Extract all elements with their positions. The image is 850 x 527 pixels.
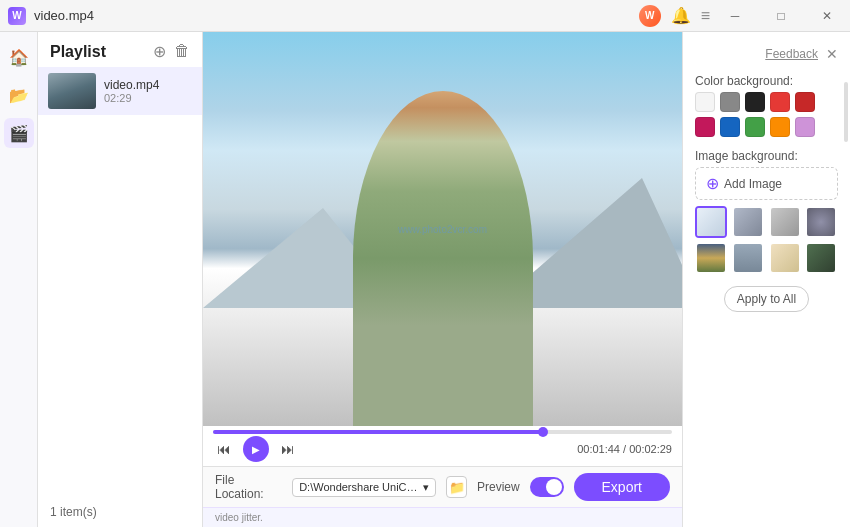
playlist-title: Playlist: [50, 43, 106, 61]
video-control-row: ⏮ ▶ ⏭ 00:01:44 / 00:02:29: [213, 436, 672, 462]
apply-to-all-button[interactable]: Apply to All: [724, 286, 809, 312]
color-swatch-pink[interactable]: [695, 117, 715, 137]
image-thumb-6[interactable]: [732, 242, 764, 274]
file-location-label: File Location:: [215, 473, 282, 501]
playlist-header: Playlist ⊕ 🗑: [38, 32, 202, 67]
image-background-section: Image background: ⊕ Add Image: [695, 149, 838, 274]
close-button[interactable]: ✕: [804, 0, 850, 32]
image-background-label: Image background:: [695, 149, 838, 163]
delete-playlist-icon[interactable]: 🗑: [174, 42, 190, 61]
playlist-header-icons: ⊕ 🗑: [153, 42, 190, 61]
color-swatch-green[interactable]: [745, 117, 765, 137]
image-thumb-1[interactable]: [695, 206, 727, 238]
color-swatch-darkred[interactable]: [795, 92, 815, 112]
app-icon: W: [8, 7, 26, 25]
color-swatch-blue[interactable]: [720, 117, 740, 137]
title-bar-controls: ─ □ ✕: [712, 0, 850, 31]
playlist-item-duration: 02:29: [104, 92, 159, 104]
feedback-link[interactable]: Feedback: [765, 47, 818, 61]
next-frame-button[interactable]: ⏭: [277, 438, 299, 460]
main-container: 🏠 📂 🎬 Playlist ⊕ 🗑 video.mp4 02:29 1 ite…: [0, 32, 850, 527]
toggle-knob: [546, 479, 562, 495]
video-progress-bar[interactable]: [213, 430, 672, 434]
image-thumb-7[interactable]: [769, 242, 801, 274]
window-title: video.mp4: [34, 8, 94, 23]
playlist-panel: Playlist ⊕ 🗑 video.mp4 02:29 1 item(s) W…: [38, 32, 203, 527]
color-swatch-gray[interactable]: [720, 92, 740, 112]
image-thumb-8[interactable]: [805, 242, 837, 274]
title-bar: W video.mp4 W 🔔 ≡ ─ □ ✕: [0, 0, 850, 32]
video-person-shape: [353, 91, 533, 426]
browse-folder-button[interactable]: 📁: [446, 476, 467, 498]
video-playback-buttons: ⏮ ▶ ⏭: [213, 436, 299, 462]
image-thumb-5[interactable]: [695, 242, 727, 274]
image-thumb-4[interactable]: [805, 206, 837, 238]
user-avatar[interactable]: W: [639, 5, 661, 27]
export-button[interactable]: Export: [574, 473, 670, 501]
video-controls: ⏮ ▶ ⏭ 00:01:44 / 00:02:29: [203, 426, 682, 466]
image-thumbnails-grid: [695, 206, 838, 274]
video-preview[interactable]: www.photo2vcr.com: [203, 32, 682, 426]
add-image-button[interactable]: ⊕ Add Image: [695, 167, 838, 200]
playlist-thumb-image: [48, 73, 96, 109]
color-swatch-black[interactable]: [745, 92, 765, 112]
file-location-select[interactable]: D:\Wondershare UniConverter 1 ▾: [292, 478, 436, 497]
color-background-label: Color background:: [695, 74, 838, 88]
chevron-down-icon: ▾: [423, 481, 429, 494]
play-pause-button[interactable]: ▶: [243, 436, 269, 462]
playlist-count: 1 item(s): [38, 497, 202, 527]
preview-toggle[interactable]: [530, 477, 564, 497]
maximize-button[interactable]: □: [758, 0, 804, 32]
sidebar: 🏠 📂 🎬: [0, 32, 38, 527]
title-bar-right-icons: W 🔔 ≡: [639, 5, 710, 27]
notification-icon[interactable]: 🔔: [671, 6, 691, 25]
video-person: [353, 91, 533, 426]
preview-label: Preview: [477, 480, 520, 494]
image-thumb-3[interactable]: [769, 206, 801, 238]
bottom-message: video jitter.: [203, 507, 682, 527]
bottom-bar: File Location: D:\Wondershare UniConvert…: [203, 466, 682, 507]
color-swatch-purple[interactable]: [795, 117, 815, 137]
video-time-display: 00:01:44 / 00:02:29: [577, 443, 672, 455]
video-watermark: www.photo2vcr.com: [398, 224, 487, 235]
right-panel-header: Feedback ✕: [695, 46, 838, 62]
right-panel: Feedback ✕ Color background: Image backg…: [682, 32, 850, 527]
close-panel-button[interactable]: ✕: [826, 46, 838, 62]
add-image-icon: ⊕: [706, 174, 719, 193]
playlist-item-name: video.mp4: [104, 78, 159, 92]
video-area: www.photo2vcr.com ⏮ ▶ ⏭ 00:01:44 / 00:02…: [203, 32, 682, 527]
scrollbar-hint: [844, 82, 848, 142]
playlist-item[interactable]: video.mp4 02:29: [38, 67, 202, 115]
minimize-button[interactable]: ─: [712, 0, 758, 32]
sidebar-item-files[interactable]: 📂: [4, 80, 34, 110]
playlist-item-info: video.mp4 02:29: [104, 78, 159, 104]
video-progress-fill: [213, 430, 543, 434]
playlist-thumbnail: [48, 73, 96, 109]
color-swatch-white[interactable]: [695, 92, 715, 112]
more-menu-icon[interactable]: ≡: [701, 7, 710, 25]
color-swatches: [695, 92, 838, 137]
color-swatch-red[interactable]: [770, 92, 790, 112]
sidebar-item-video[interactable]: 🎬: [4, 118, 34, 148]
image-thumb-2[interactable]: [732, 206, 764, 238]
sidebar-item-home[interactable]: 🏠: [4, 42, 34, 72]
bottom-bar-right: Export: [574, 473, 670, 501]
color-background-section: Color background:: [695, 74, 838, 137]
add-to-playlist-icon[interactable]: ⊕: [153, 42, 166, 61]
color-swatch-orange[interactable]: [770, 117, 790, 137]
previous-frame-button[interactable]: ⏮: [213, 438, 235, 460]
